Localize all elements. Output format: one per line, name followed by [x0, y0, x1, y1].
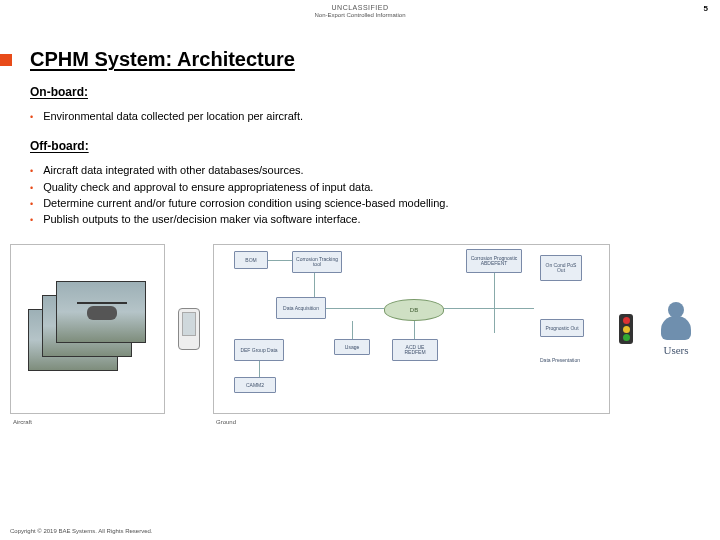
node-corrosion-tracking: Corrosion Tracking tool: [292, 251, 342, 273]
bullet-icon: •: [30, 180, 33, 196]
onboard-heading: On-board:: [30, 85, 690, 99]
list-item: • Aircraft data integrated with other da…: [30, 163, 690, 179]
user-icon: [659, 302, 693, 342]
connector: [444, 308, 534, 309]
connector: [494, 273, 495, 333]
bullet-text: Determine current and/or future corrosio…: [43, 196, 448, 212]
onboard-bullets: • Environmental data collected per locat…: [30, 109, 690, 125]
title-row: CPHM System: Architecture: [0, 48, 720, 71]
helicopter-icon: [77, 292, 127, 330]
pda-icon: [178, 308, 200, 350]
node-corrosion-prognostic: Corrosion Prognostic ABDEFENT: [466, 249, 522, 273]
bullet-text: Aircraft data integrated with other data…: [43, 163, 303, 179]
node-def-group: DEF Group Data: [234, 339, 284, 361]
aircraft-photo-stack: [28, 279, 148, 379]
traffic-light-icon: [619, 314, 633, 344]
traffic-light-column: [614, 244, 638, 414]
users-area: Users: [642, 244, 710, 414]
export-control-label: Non-Export Controlled Information: [0, 12, 720, 19]
copyright-footer: Copyright © 2019 BAE Systems. All Rights…: [10, 528, 152, 534]
helicopter-photo: [56, 281, 146, 343]
bullet-icon: •: [30, 212, 33, 228]
offboard-heading: Off-board:: [30, 139, 690, 153]
classification-label: UNCLASSIFIED: [0, 4, 720, 12]
node-camm2: CAMM2: [234, 377, 276, 393]
ground-panel-label: Ground: [216, 419, 236, 425]
offboard-bullets: • Aircraft data integrated with other da…: [30, 163, 690, 228]
connector: [259, 361, 260, 377]
bullet-icon: •: [30, 109, 33, 125]
content-area: On-board: • Environmental data collected…: [0, 85, 720, 228]
ground-panel: BOM Corrosion Tracking tool Corrosion Pr…: [213, 244, 610, 414]
list-item: • Environmental data collected per locat…: [30, 109, 690, 125]
slide-header: UNCLASSIFIED Non-Export Controlled Infor…: [0, 0, 720, 18]
node-data-acquisition: Data Acquisition: [276, 297, 326, 319]
bullet-text: Environmental data collected per locatio…: [43, 109, 303, 125]
node-usage: Usage: [334, 339, 370, 355]
bullet-icon: •: [30, 163, 33, 179]
node-bom: BOM: [234, 251, 268, 269]
connector: [352, 321, 353, 339]
node-acd: ACD UE REDFEM: [392, 339, 438, 361]
bullet-text: Publish outputs to the user/decision mak…: [43, 212, 360, 228]
list-item: • Determine current and/or future corros…: [30, 196, 690, 212]
bullet-text: Quality check and approval to ensure app…: [43, 180, 373, 196]
aircraft-panel: Aircraft: [10, 244, 165, 414]
connector: [268, 260, 292, 261]
users-label: Users: [663, 344, 688, 356]
connector: [326, 308, 384, 309]
architecture-diagram: Aircraft BOM Corrosion Tracking tool Cor…: [0, 244, 720, 414]
handheld-device: [169, 244, 209, 414]
connector: [414, 321, 415, 339]
node-prognostic-out: Prognostic Out: [540, 319, 584, 337]
bullet-icon: •: [30, 196, 33, 212]
page-number: 5: [704, 4, 708, 13]
title-accent-box: [0, 54, 12, 66]
list-item: • Publish outputs to the user/decision m…: [30, 212, 690, 228]
node-data-presentation: Data Presentation: [532, 349, 588, 371]
node-database: DB: [384, 299, 444, 321]
aircraft-panel-label: Aircraft: [13, 419, 32, 425]
list-item: • Quality check and approval to ensure a…: [30, 180, 690, 196]
connector: [314, 273, 315, 297]
slide-title: CPHM System: Architecture: [30, 48, 295, 71]
node-on-cond-out: On Cond PoS Out: [540, 255, 582, 281]
